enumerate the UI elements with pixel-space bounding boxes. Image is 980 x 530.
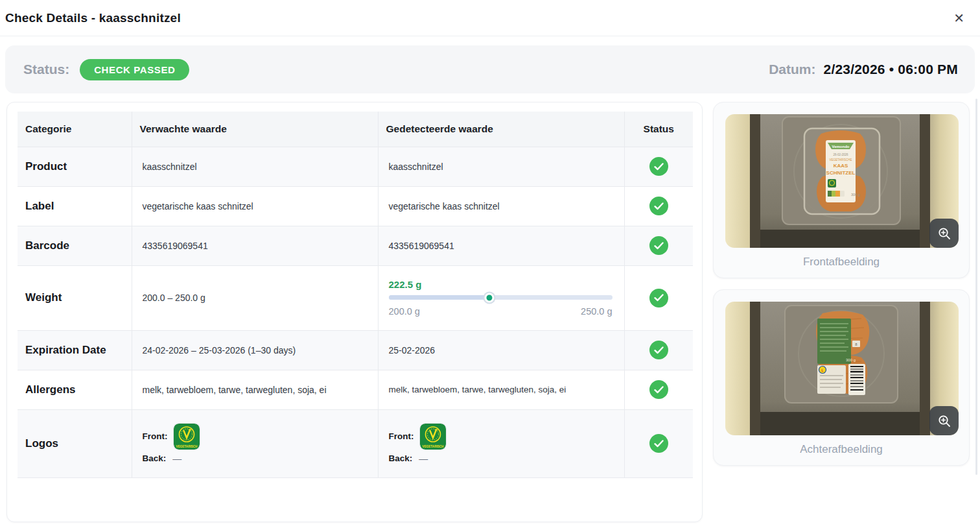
row-category: Product xyxy=(18,147,132,186)
status-bar: Status: CHECK PASSED Datum: 2/23/2026 • … xyxy=(5,45,975,93)
front-label: Front: xyxy=(389,431,414,441)
svg-text:VEGETARISCH: VEGETARISCH xyxy=(423,444,445,448)
col-header-status: Status xyxy=(624,112,693,147)
status-badge: CHECK PASSED xyxy=(80,59,189,80)
status-cell xyxy=(624,409,693,477)
back-image-card: 8 300 g L xyxy=(713,289,970,466)
check-passed-icon xyxy=(649,289,668,307)
svg-text:VEGETARISCHE: VEGETARISCHE xyxy=(830,158,852,162)
svg-text:SCHNITZEL: SCHNITZEL xyxy=(826,170,856,176)
table-row-label: Label vegetarische kaas schnitzel vegeta… xyxy=(18,186,693,226)
weight-slider-min: 200.0 g xyxy=(389,306,420,317)
expected-value: kaasschnitzel xyxy=(132,147,378,186)
expected-value: melk, tarwebloem, tarwe, tarwegluten, so… xyxy=(132,370,378,409)
magnifier-plus-icon xyxy=(937,414,951,428)
check-passed-icon xyxy=(649,380,668,399)
row-category: Allergens xyxy=(18,370,132,409)
weight-slider-value: 222.5 g xyxy=(389,279,612,290)
expected-value: vegetarische kaas schnitzel xyxy=(132,186,378,226)
svg-text:VEGETARISCH: VEGETARISCH xyxy=(176,444,198,448)
datum-value: 2/23/2026 • 06:00 PM xyxy=(824,62,959,77)
check-table: Categorie Verwachte waarde Gedetecteerde… xyxy=(18,112,693,478)
check-passed-icon xyxy=(649,434,668,453)
detected-weight-cell: 222.5 g 200.0 g 250.0 g xyxy=(378,265,624,330)
main-content: Categorie Verwachte waarde Gedetecteerde… xyxy=(6,102,975,522)
check-passed-icon xyxy=(649,341,668,359)
status-cell xyxy=(624,330,693,370)
status-cell xyxy=(624,370,693,409)
check-passed-icon xyxy=(649,197,668,215)
detected-value: vegetarische kaas schnitzel xyxy=(378,186,624,226)
back-product-photo[interactable]: 8 300 g L xyxy=(725,302,959,435)
back-image-caption: Achterafbeelding xyxy=(725,443,957,456)
back-label: Back: xyxy=(143,453,167,463)
expected-logos-cell: Front: VEGETARISCH xyxy=(132,409,378,477)
front-label: Front: xyxy=(143,431,168,441)
svg-text:300 g: 300 g xyxy=(846,358,856,362)
front-product-photo[interactable]: Vemondo 26-02-2026 VEGETARISCHE KAAS SCH… xyxy=(725,114,959,248)
col-header-categorie: Categorie xyxy=(18,112,132,147)
col-header-expected: Verwachte waarde xyxy=(132,112,378,147)
back-label: Back: xyxy=(389,453,413,463)
weight-slider-track xyxy=(389,295,612,300)
status-cell xyxy=(624,147,693,186)
table-row-weight: Weight 200.0 – 250.0 g 222.5 g 200.0 xyxy=(18,265,693,330)
image-panel: Vemondo 26-02-2026 VEGETARISCHE KAAS SCH… xyxy=(713,102,970,466)
back-photo-illustration: 8 300 g L xyxy=(725,302,959,435)
svg-text:300 g: 300 g xyxy=(851,193,860,197)
check-passed-icon xyxy=(649,157,668,176)
table-row-allergens: Allergens melk, tarwebloem, tarwe, tarwe… xyxy=(18,370,693,409)
row-category: Logos xyxy=(18,409,132,477)
status-cell xyxy=(624,265,693,330)
status-label: Status: xyxy=(23,62,69,77)
expected-value: 200.0 – 250.0 g xyxy=(132,265,378,330)
status-cell xyxy=(624,226,693,265)
svg-text:L: L xyxy=(821,368,823,372)
col-header-detected: Gedetecteerde waarde xyxy=(378,112,624,147)
detected-value: 25-02-2026 xyxy=(378,330,624,370)
status-section: Status: CHECK PASSED xyxy=(23,59,189,80)
svg-text:KAAS: KAAS xyxy=(834,163,848,169)
weight-slider-handle[interactable] xyxy=(484,293,494,302)
front-zoom-button[interactable] xyxy=(929,219,959,248)
weight-slider: 222.5 g 200.0 g 250.0 g xyxy=(389,279,612,317)
page-title: Check Details - kaasschnitzel xyxy=(5,11,181,25)
table-header-row: Categorie Verwachte waarde Gedetecteerde… xyxy=(18,112,693,147)
check-passed-icon xyxy=(649,236,668,255)
row-category: Weight xyxy=(18,265,132,330)
svg-text:26-02-2026: 26-02-2026 xyxy=(833,153,848,156)
detected-value: melk, tarwebloem, tarwe, tarwegluten, so… xyxy=(378,370,624,409)
back-zoom-button[interactable] xyxy=(929,406,959,435)
detected-value: kaasschnitzel xyxy=(378,147,624,186)
detected-logos-cell: Front: VEGETARISCH xyxy=(378,409,624,477)
vegetarisch-logo-icon: VEGETARISCH xyxy=(420,424,446,450)
table-row-product: Product kaasschnitzel kaasschnitzel xyxy=(18,147,693,186)
front-image-caption: Frontafbeelding xyxy=(725,256,957,269)
expected-value: 24-02-2026 – 25-03-2026 (1–30 days) xyxy=(132,330,378,370)
check-details-page: Check Details - kaasschnitzel ✕ Status: … xyxy=(0,0,980,530)
weight-slider-fill xyxy=(389,295,489,300)
table-row-expiration: Expiration Date 24-02-2026 – 25-03-2026 … xyxy=(18,330,693,370)
row-category: Label xyxy=(18,186,132,226)
vegetarisch-logo-icon: VEGETARISCH xyxy=(174,424,200,450)
status-cell xyxy=(624,186,693,226)
check-table-card: Categorie Verwachte waarde Gedetecteerde… xyxy=(6,102,703,522)
back-logo-empty: — xyxy=(419,453,428,464)
row-category: Expiration Date xyxy=(18,330,132,370)
svg-text:Vemondo: Vemondo xyxy=(832,145,849,149)
expected-value: 4335619069541 xyxy=(132,226,378,265)
topbar: Check Details - kaasschnitzel ✕ xyxy=(0,0,980,36)
table-row-barcode: Barcode 4335619069541 4335619069541 xyxy=(18,226,693,265)
close-icon[interactable]: ✕ xyxy=(951,9,967,27)
weight-slider-max: 250.0 g xyxy=(581,306,612,317)
front-image-card: Vemondo 26-02-2026 VEGETARISCHE KAAS SCH… xyxy=(713,102,970,278)
row-category: Barcode xyxy=(18,226,132,265)
table-row-logos: Logos Front: VEGETARISCH xyxy=(18,409,693,477)
front-photo-illustration: Vemondo 26-02-2026 VEGETARISCHE KAAS SCH… xyxy=(725,114,959,248)
back-logo-empty: — xyxy=(172,453,181,464)
datum-section: Datum: 2/23/2026 • 06:00 PM xyxy=(769,62,958,77)
datum-label: Datum: xyxy=(769,62,815,77)
magnifier-plus-icon xyxy=(937,226,951,241)
detected-value: 4335619069541 xyxy=(378,226,624,265)
scrollbar[interactable] xyxy=(975,99,977,475)
